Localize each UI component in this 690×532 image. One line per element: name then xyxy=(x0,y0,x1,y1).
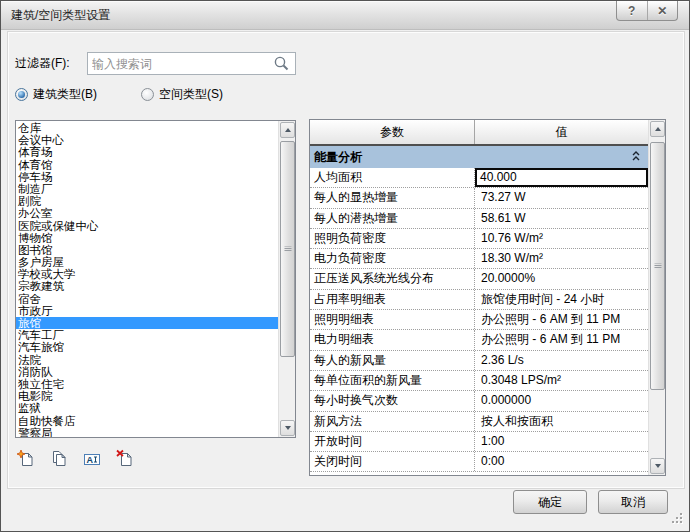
list-item[interactable]: 监狱 xyxy=(16,402,278,414)
list-item[interactable]: 宗教建筑 xyxy=(16,280,278,292)
column-header-parameter[interactable]: 参数 xyxy=(310,120,475,144)
parameter-value[interactable]: 10.76 W/m² xyxy=(475,229,648,248)
ok-button[interactable]: 确定 xyxy=(513,490,587,514)
building-type-list[interactable]: 仓库会议中心体育场体育馆停车场制造厂剧院办公室医院或保健中心博物馆图书馆多户房屋… xyxy=(15,120,296,438)
list-item[interactable]: 图书馆 xyxy=(16,244,278,256)
help-button[interactable]: ? xyxy=(617,1,647,20)
list-item[interactable]: 仓库 xyxy=(16,122,278,134)
column-header-value[interactable]: 值 xyxy=(475,120,648,144)
resize-grip[interactable] xyxy=(671,512,685,526)
parameter-value[interactable]: 办公照明 - 6 AM 到 11 PM xyxy=(475,330,648,349)
parameter-value-editing[interactable]: 40.000 xyxy=(475,168,648,187)
list-item[interactable]: 汽车工厂 xyxy=(16,329,278,341)
delete-type-button[interactable] xyxy=(115,449,135,469)
list-item[interactable]: 法院 xyxy=(16,354,278,366)
parameter-row[interactable]: 每人的新风量2.36 L/s xyxy=(310,351,648,371)
parameter-value[interactable]: 73.27 W xyxy=(475,188,648,207)
parameter-row[interactable]: 新风方法按人和按面积 xyxy=(310,412,648,432)
parameter-row[interactable]: 每人的显热增量73.27 W xyxy=(310,188,648,208)
parameter-name: 人均面积 xyxy=(310,168,475,187)
section-energy-analysis[interactable]: 能量分析 xyxy=(310,146,648,168)
parameter-row[interactable]: 电力明细表办公照明 - 6 AM 到 11 PM xyxy=(310,330,648,350)
list-item[interactable]: 办公室 xyxy=(16,207,278,219)
parameter-value[interactable]: 0.000000 xyxy=(475,391,648,410)
list-item[interactable]: 多户房屋 xyxy=(16,256,278,268)
parameter-row[interactable]: 每单位面积的新风量0.3048 LPS/m² xyxy=(310,371,648,391)
list-item[interactable]: 停车场 xyxy=(16,171,278,183)
list-item[interactable]: 警察局 xyxy=(16,427,278,437)
close-button[interactable]: ✕ xyxy=(647,1,678,20)
parameter-value[interactable]: 58.61 W xyxy=(475,209,648,228)
radio-building-label: 建筑类型(B) xyxy=(33,86,97,103)
title-bar[interactable]: 建筑/空间类型设置 ? ✕ xyxy=(1,1,689,30)
rename-type-button[interactable]: A xyxy=(82,449,102,469)
list-item[interactable]: 学校或大学 xyxy=(16,268,278,280)
parameter-value[interactable]: 0:00 xyxy=(475,452,648,471)
list-item[interactable]: 旅馆 xyxy=(16,317,278,329)
list-item[interactable]: 博物馆 xyxy=(16,232,278,244)
list-item[interactable]: 电影院 xyxy=(16,390,278,402)
svg-text:A: A xyxy=(87,455,94,465)
parameter-name: 新风方法 xyxy=(310,412,475,431)
arrow-up-icon xyxy=(285,128,291,132)
parameter-row[interactable]: 照明明细表办公照明 - 6 AM 到 11 PM xyxy=(310,310,648,330)
list-item[interactable]: 宿舍 xyxy=(16,293,278,305)
parameter-name: 每人的新风量 xyxy=(310,351,475,370)
parameter-value[interactable]: 1:00 xyxy=(475,432,648,451)
list-item[interactable]: 自助快餐店 xyxy=(16,415,278,427)
parameter-name: 每单位面积的新风量 xyxy=(310,371,475,390)
new-type-button[interactable] xyxy=(16,449,36,469)
list-item[interactable]: 独立住宅 xyxy=(16,378,278,390)
list-item[interactable]: 体育场 xyxy=(16,146,278,158)
list-item[interactable]: 医院或保健中心 xyxy=(16,220,278,232)
list-item[interactable]: 市政厅 xyxy=(16,305,278,317)
filter-label: 过滤器(F): xyxy=(15,52,70,75)
parameter-table-columns: 参数 值 能量分析 人均面积40.000每人的显热增量73.27 W每人的潜热增… xyxy=(310,120,648,475)
parameter-row[interactable]: 电力负荷密度18.30 W/m² xyxy=(310,249,648,269)
parameter-row[interactable]: 开放时间1:00 xyxy=(310,432,648,452)
list-item[interactable]: 剧院 xyxy=(16,195,278,207)
parameter-row[interactable]: 每小时换气次数0.000000 xyxy=(310,391,648,411)
parameter-row[interactable]: 人均面积40.000 xyxy=(310,168,648,188)
rename-type-icon: A xyxy=(82,449,102,469)
parameter-rows: 人均面积40.000每人的显热增量73.27 W每人的潜热增量58.61 W照明… xyxy=(310,168,648,472)
collapse-chevron-icon[interactable] xyxy=(631,150,641,162)
list-item[interactable]: 消防队 xyxy=(16,366,278,378)
table-header-row: 参数 值 xyxy=(310,120,648,146)
list-scrollbar[interactable] xyxy=(278,121,295,437)
list-item[interactable]: 会议中心 xyxy=(16,134,278,146)
parameter-value[interactable]: 18.30 W/m² xyxy=(475,249,648,268)
parameter-value[interactable]: 办公照明 - 6 AM 到 11 PM xyxy=(475,310,648,329)
filter-search-input[interactable] xyxy=(87,52,296,75)
parameter-row[interactable]: 每人的潜热增量58.61 W xyxy=(310,209,648,229)
scrollbar-thumb[interactable] xyxy=(280,141,295,357)
parameter-row[interactable]: 正压送风系统光线分布20.0000% xyxy=(310,269,648,289)
parameter-name: 关闭时间 xyxy=(310,452,475,471)
duplicate-type-icon xyxy=(49,449,69,469)
radio-building-type[interactable]: 建筑类型(B) xyxy=(15,86,97,102)
scroll-up-button[interactable] xyxy=(280,122,295,138)
parameter-row[interactable]: 关闭时间0:00 xyxy=(310,452,648,472)
parameter-row[interactable]: 照明负荷密度10.76 W/m² xyxy=(310,229,648,249)
scroll-down-button[interactable] xyxy=(280,420,295,436)
parameter-value[interactable]: 按人和按面积 xyxy=(475,412,648,431)
parameter-value[interactable]: 0.3048 LPS/m² xyxy=(475,371,648,390)
parameter-name: 每小时换气次数 xyxy=(310,391,475,410)
cancel-button[interactable]: 取消 xyxy=(598,490,668,514)
scroll-down-button[interactable] xyxy=(650,458,665,474)
list-item[interactable]: 体育馆 xyxy=(16,159,278,171)
scrollbar-thumb[interactable] xyxy=(650,142,665,390)
scroll-up-button[interactable] xyxy=(650,121,665,137)
parameter-row[interactable]: 占用率明细表旅馆使用时间 - 24 小时 xyxy=(310,290,648,310)
parameter-value[interactable]: 2.36 L/s xyxy=(475,351,648,370)
parameter-name: 正压送风系统光线分布 xyxy=(310,269,475,288)
table-scrollbar[interactable] xyxy=(648,120,665,475)
parameter-value[interactable]: 20.0000% xyxy=(475,269,648,288)
section-label: 能量分析 xyxy=(314,150,362,164)
list-item[interactable]: 汽车旅馆 xyxy=(16,341,278,353)
list-item[interactable]: 制造厂 xyxy=(16,183,278,195)
radio-space-type[interactable]: 空间类型(S) xyxy=(141,86,223,102)
duplicate-type-button[interactable] xyxy=(49,449,69,469)
parameter-value[interactable]: 旅馆使用时间 - 24 小时 xyxy=(475,290,648,309)
parameter-name: 每人的潜热增量 xyxy=(310,209,475,228)
